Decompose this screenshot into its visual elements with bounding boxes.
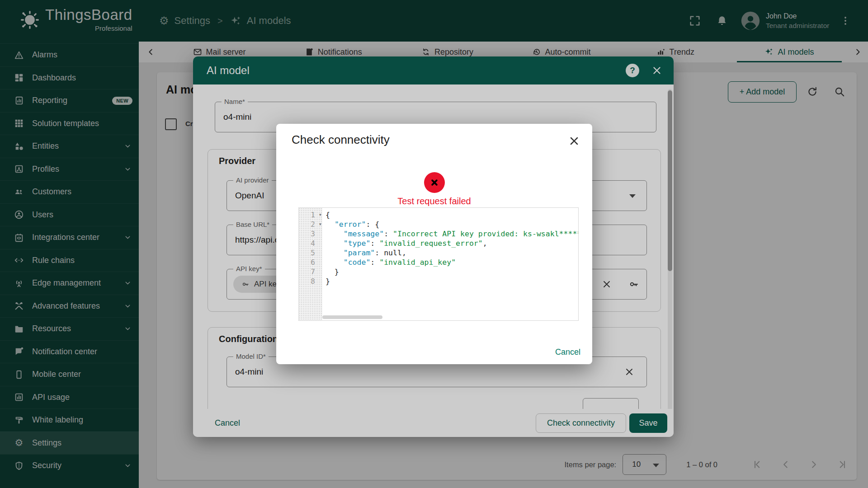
modal-title: Check connectivity bbox=[292, 133, 390, 147]
check-connectivity-modal: Check connectivity Test request failed 1… bbox=[276, 124, 592, 364]
code-line-number: 8 bbox=[299, 277, 322, 286]
code-line: } bbox=[322, 267, 578, 277]
code-line-number: 4 bbox=[299, 239, 322, 248]
code-line: "type": "invalid_request_error", bbox=[322, 239, 578, 248]
code-line: "code": "invalid_api_key" bbox=[322, 258, 578, 267]
modal-cancel-button[interactable]: Cancel bbox=[555, 347, 580, 357]
code-line-number: 3 bbox=[299, 229, 322, 239]
code-content: { "error": { "message": "Incorrect API k… bbox=[322, 208, 578, 320]
test-request-status: Test request failed bbox=[276, 196, 592, 206]
code-line: } bbox=[322, 277, 578, 286]
json-code-editor[interactable]: 1▾2▾345678 { "error": { "message": "Inco… bbox=[298, 207, 579, 321]
code-line-number: 2▾ bbox=[299, 220, 322, 229]
code-line: { bbox=[322, 210, 578, 220]
fold-caret-icon[interactable]: ▾ bbox=[319, 220, 322, 229]
code-line: "message": "Incorrect API key provided: … bbox=[322, 229, 578, 239]
code-line: "error": { bbox=[322, 220, 578, 229]
code-line-number: 1▾ bbox=[299, 210, 322, 220]
fold-caret-icon[interactable]: ▾ bbox=[319, 210, 322, 220]
code-gutter: 1▾2▾345678 bbox=[299, 208, 322, 320]
horizontal-scrollbar-thumb[interactable] bbox=[322, 315, 382, 319]
code-line-number: 7 bbox=[299, 267, 322, 277]
code-line-number: 5 bbox=[299, 248, 322, 258]
app-root: ⚙ Settings > AI models John Doe Tenant a… bbox=[0, 0, 868, 488]
error-circle-icon bbox=[424, 172, 445, 193]
close-icon[interactable] bbox=[568, 135, 580, 147]
code-line: "param": null, bbox=[322, 248, 578, 258]
code-line-number: 6 bbox=[299, 258, 322, 267]
